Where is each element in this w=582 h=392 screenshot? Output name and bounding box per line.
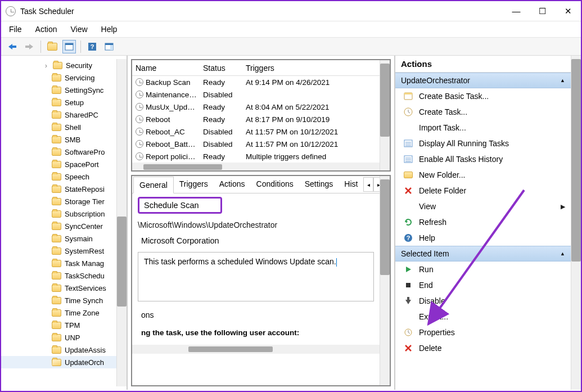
tab-scroll-left[interactable]: ◂ [363,177,373,192]
tree-item[interactable]: SystemRest [1,245,116,257]
action-item[interactable]: Create Basic Task... [395,88,571,104]
svg-marker-31 [405,300,411,304]
tab-hist[interactable]: Hist [339,176,363,193]
expand-icon[interactable]: › [43,61,49,70]
actions-group1-header[interactable]: UpdateOrchestrator ▲ [395,73,571,88]
detail-hscroll[interactable] [132,345,380,354]
tree-item[interactable]: UpdateOrch [1,356,116,368]
menu-view[interactable]: View [70,25,87,34]
task-list-panel: Name Status Triggers Backup ScanReadyAt … [131,59,391,172]
tree-item[interactable]: UpdateAssis [1,344,116,356]
task-list-headers[interactable]: Name Status Triggers [132,60,380,76]
tree-item[interactable]: Sysmain [1,232,116,245]
action-item[interactable]: Delete [395,340,571,356]
action-item[interactable]: Refresh [395,214,571,230]
close-button[interactable]: ✕ [555,1,581,21]
folder-icon [52,309,61,317]
action-item[interactable]: Run [395,262,571,277]
action-item[interactable]: End [395,277,571,293]
task-row[interactable]: RebootReadyAt 8:17 PM on 9/10/2019 [132,113,380,125]
maximize-button[interactable]: ☐ [529,1,555,21]
task-triggers: Multiple triggers defined [246,152,376,161]
tree-item[interactable]: Time Zone [1,307,116,319]
action-item[interactable]: Create Task... [395,104,571,120]
tree-item[interactable]: SMB [1,133,116,146]
tree-item[interactable]: Servicing [1,71,116,84]
actions-group2-header[interactable]: Selected Item ▲ [395,246,571,262]
action-item[interactable]: View▶ [395,199,571,214]
col-triggers[interactable]: Triggers [246,64,376,73]
tree-item[interactable]: ›Security [1,59,116,71]
tree-item[interactable]: Storage Tier [1,195,116,208]
task-description[interactable]: This task performs a scheduled Windows U… [138,252,374,301]
col-name[interactable]: Name [136,64,203,73]
toolbar-pane-button[interactable] [102,40,116,53]
action-item[interactable]: Import Task... [395,120,571,136]
tree-item[interactable]: Shell [1,121,116,133]
toolbar: ? [1,38,581,56]
tree-item[interactable]: StateReposi [1,183,116,195]
tab-actions[interactable]: Actions [214,176,251,193]
folder-icon [52,111,61,119]
action-item[interactable]: Disable [395,293,571,309]
action-item[interactable]: Delete Folder [395,183,571,199]
action-item[interactable]: New Folder... [395,167,571,183]
toolbar-folder-button[interactable] [46,40,59,53]
tab-conditions[interactable]: Conditions [251,176,299,193]
tree-item[interactable]: SharedPC [1,109,116,121]
tree-item[interactable]: Setup [1,96,116,109]
tree-item[interactable]: Subscription [1,208,116,220]
tree-item[interactable]: SettingSync [1,84,116,96]
tree-item[interactable]: SpacePort [1,158,116,170]
help-icon: ? [403,233,413,243]
list-icon [403,154,413,164]
app-icon [6,6,16,16]
tree-item-label: Servicing [65,74,94,82]
folder-icon [52,173,61,181]
cutoff-text-2: ng the task, use the following user acco… [138,328,374,341]
task-row[interactable]: Reboot_Batt…DisabledAt 11:57 PM on 10/12… [132,138,380,150]
tab-general[interactable]: General [133,177,174,193]
task-row[interactable]: MusUx_Upd…ReadyAt 8:04 AM on 5/22/2021 [132,101,380,113]
action-item[interactable]: Export... [395,309,571,325]
task-row[interactable]: Maintenance…Disabled [132,88,380,101]
back-button[interactable] [6,40,19,53]
tab-settings[interactable]: Settings [299,176,339,193]
tree-item[interactable]: UNP [1,331,116,344]
tab-scroll-right[interactable]: ▸ [373,177,380,192]
action-item[interactable]: Enable All Tasks History [395,151,571,167]
task-row[interactable]: Report polici…ReadyMultiple triggers def… [132,150,380,163]
tab-triggers[interactable]: Triggers [174,176,214,193]
tree-item[interactable]: TextServices [1,282,116,294]
tree-item[interactable]: TaskSchedu [1,269,116,282]
task-status: Disabled [203,91,246,99]
actions-vscroll[interactable] [571,56,581,390]
tree-item[interactable]: TPM [1,319,116,331]
tree-item[interactable]: SyncCenter [1,220,116,232]
tree-item[interactable]: SoftwarePro [1,146,116,158]
tree-item[interactable]: Time Synch [1,294,116,307]
minimize-button[interactable]: — [503,1,529,21]
tree-scrollbar[interactable] [116,59,127,386]
detail-vscroll[interactable] [380,176,390,385]
action-item[interactable]: Display All Running Tasks [395,136,571,151]
col-status[interactable]: Status [203,64,246,73]
menu-help[interactable]: Help [101,25,118,34]
tree-panel: ›SecurityServicingSettingSyncSetupShared… [1,56,128,390]
action-item[interactable]: Properties [395,325,571,340]
toolbar-window-button[interactable] [62,40,76,53]
toolbar-help-button[interactable]: ? [85,40,99,53]
forward-button[interactable] [22,40,36,53]
create-icon [403,107,413,117]
task-status: Ready [203,152,246,161]
menu-file[interactable]: File [9,25,22,34]
task-row[interactable]: Reboot_ACDisabledAt 11:57 PM on 10/12/20… [132,125,380,138]
props-icon [403,327,413,337]
task-list-vscroll[interactable] [380,60,390,170]
tree-item[interactable]: Task Manag [1,257,116,269]
menu-action[interactable]: Action [35,25,57,34]
task-list-hscroll[interactable] [132,163,380,170]
task-row[interactable]: Backup ScanReadyAt 9:14 PM on 4/26/2021 [132,76,380,88]
tree-item[interactable]: Speech [1,170,116,183]
action-item[interactable]: ?Help [395,230,571,246]
